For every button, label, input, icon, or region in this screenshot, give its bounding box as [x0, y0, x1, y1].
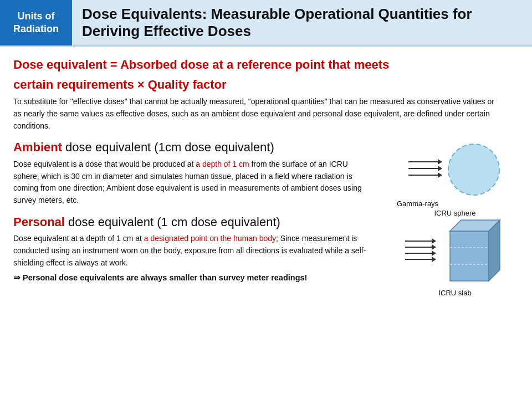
arrow-horiz-2 — [408, 168, 442, 169]
personal-title-rest: dose equivalent (1 cm dose equivalent) — [65, 215, 280, 229]
personal-body: Dose equivalent at a depth of 1 cm at a … — [13, 233, 374, 269]
gamma-arrows — [408, 161, 442, 176]
slab-arrow-4 — [405, 259, 436, 260]
sphere-svg — [446, 142, 502, 197]
formula-section: Dose equivalent = Absorbed dose at a ref… — [13, 57, 519, 132]
icru-sphere-diagram: Gamma-rays ICRU sphere — [391, 140, 519, 217]
personal-title-red: Personal — [13, 215, 65, 229]
personal-conclusion: ⇒ Personal dose equivalents are always s… — [13, 272, 374, 284]
badge-text: Units of Radiation — [13, 10, 59, 36]
conclusion-text: Personal dose equivalents are always sma… — [23, 273, 307, 282]
gamma-label: Gamma-rays — [397, 200, 438, 208]
units-badge: Units of Radiation — [0, 0, 72, 45]
ambient-section: Ambient dose equivalent (1cm dose equiva… — [13, 140, 519, 206]
main-content: Dose equivalent = Absorbed dose at a ref… — [0, 47, 532, 399]
ambient-body-pre: Dose equivalent is a dose that would be … — [13, 160, 196, 168]
svg-marker-1 — [450, 231, 489, 281]
formula-line2: certain requirements × Quality factor — [13, 76, 519, 93]
formula-description: To substitute for "effective doses" that… — [13, 96, 501, 132]
slab-arrowhead-4 — [432, 257, 436, 262]
arrow-1 — [408, 161, 442, 162]
page-title: Dose Equivalents: Measurable Operational… — [72, 0, 532, 45]
slab-arrow-line-2 — [405, 247, 436, 248]
slab-svg — [439, 214, 505, 287]
slab-arrowhead-2 — [432, 244, 436, 250]
page-header: Units of Radiation Dose Equivalents: Mea… — [0, 0, 532, 47]
slab-arrowhead-1 — [432, 238, 436, 244]
ambient-depth-highlight: a depth of 1 cm — [196, 160, 249, 168]
svg-marker-3 — [489, 220, 500, 281]
conclusion-arrow: ⇒ — [13, 273, 21, 282]
sphere-diagram-row — [408, 140, 502, 197]
icru-slab-diagram: ICRU slab — [391, 214, 519, 297]
ambient-title-rest: dose equivalent (1cm dose equivalent) — [62, 140, 274, 154]
formula-line1: Dose equivalent = Absorbed dose at a ref… — [13, 57, 519, 73]
slab-arrowhead-3 — [432, 250, 436, 256]
arrow-2 — [408, 168, 442, 169]
arrow-horiz-1 — [408, 161, 442, 162]
personal-body-pre: Dose equivalent at a depth of 1 cm at — [13, 234, 144, 243]
icru-slab-label: ICRU slab — [438, 289, 471, 297]
ambient-body: Dose equivalent is a dose that would be … — [13, 158, 374, 207]
slab-arrow-line-3 — [405, 253, 436, 254]
slab-arrow-line-1 — [405, 241, 436, 242]
arrow-3 — [408, 175, 442, 176]
slab-arrows — [405, 241, 436, 260]
slab-diagram-row — [405, 214, 505, 287]
personal-section: Personal dose equivalent (1 cm dose equi… — [13, 214, 519, 284]
slab-arrow-line-4 — [405, 259, 436, 260]
slab-arrow-1 — [405, 241, 436, 242]
arrow-horiz-3 — [408, 175, 442, 176]
slab-arrow-2 — [405, 247, 436, 248]
ambient-title-red: Ambient — [13, 140, 62, 154]
svg-point-0 — [448, 144, 499, 195]
personal-highlight: a designated point on the human body — [144, 234, 276, 243]
slab-arrow-3 — [405, 253, 436, 254]
